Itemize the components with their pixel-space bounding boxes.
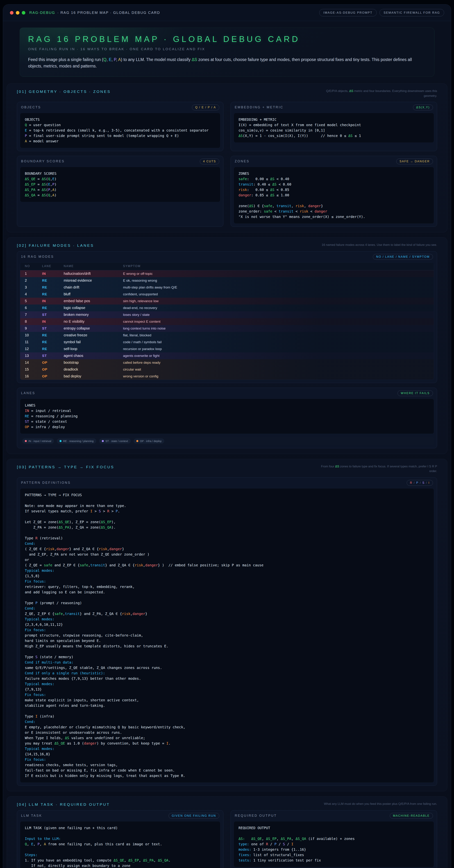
embedding-badge: ΔS(X,Y) <box>413 104 433 110</box>
table-row: 7STbroken memoryloses story / state <box>20 311 434 318</box>
traffic-lights <box>10 11 25 14</box>
cell-no: 8 <box>25 319 42 323</box>
table-row: 10REcreative freezeflat, literal, blocke… <box>20 332 434 339</box>
legend-label: OP · infra / deploy <box>140 439 162 442</box>
legend-chip-op: OP · infra / deploy <box>134 438 164 444</box>
table-row: 1INhallucination/driftE wrong or off-top… <box>20 270 434 277</box>
section-note-failure-modes: 16 named failure modes across 4 lanes. U… <box>318 243 437 247</box>
cell-lane: RE <box>42 292 64 296</box>
cell-no: 4 <box>25 292 42 296</box>
cell-symptom: recursion or paradox loop <box>123 347 434 351</box>
table-header-row: NO LANE NAME SYMPTOM <box>20 262 434 270</box>
cell-no: 3 <box>25 285 42 289</box>
lane-in-dot-icon <box>25 440 27 442</box>
cell-no: 9 <box>25 326 42 331</box>
card-lanes: LANES WHERE IT FAILS LANESIN = input / r… <box>17 388 437 448</box>
cell-name: chain drift <box>64 285 123 289</box>
cell-name: misread evidence <box>64 278 123 283</box>
cell-lane: OP <box>42 374 64 378</box>
cell-name: embed false pos <box>64 299 123 303</box>
card-header: PATTERN DEFINITIONS R / P / S / I <box>17 477 437 488</box>
card-label-zones: ZONES <box>235 159 250 163</box>
image-as-debug-prompt-badge[interactable]: IMAGE-AS-DEBUG PROMPT <box>319 9 377 17</box>
table-row: 2REmisread evidenceE ok, reasoning wrong <box>20 277 434 284</box>
close-button[interactable] <box>10 11 13 14</box>
page-title: RAG 16 PROBLEM MAP · GLOBAL DEBUG CARD <box>28 34 426 44</box>
table-row: 4REbluffconfident, unsupported <box>20 291 434 298</box>
hero-banner: RAG 16 PROBLEM MAP · GLOBAL DEBUG CARD O… <box>20 28 434 77</box>
cell-symptom: sim high, relevance low <box>123 299 434 303</box>
semantic-firewall-badge[interactable]: SEMANTIC FIREWALL FOR RAG <box>380 9 444 17</box>
cell-name: entropy collapse <box>64 326 123 331</box>
cell-name: bluff <box>64 292 123 296</box>
section-title-llm-task: [04] LLM TASK · REQUIRED OUTPUT <box>17 802 110 807</box>
legend-label: RE · reasoning / planning <box>63 439 94 442</box>
card-label-lanes: LANES <box>21 391 35 395</box>
card-header: REQUIRED OUTPUT MACHINE-READABLE <box>231 810 437 821</box>
cell-no: 12 <box>25 347 42 351</box>
column-header-lane: LANE <box>42 265 64 268</box>
rag-modes-badge: NO / LANE / NAME / SYMPTOM <box>373 254 433 260</box>
lanes-code-block: LANESIN = input / retrievalRE = reasonin… <box>20 399 434 434</box>
lane-re-dot-icon <box>60 440 62 442</box>
cell-no: 7 <box>25 313 42 317</box>
cell-lane: ST <box>42 354 64 358</box>
section-note-patterns: From four ΔS zones to failure type and f… <box>318 464 437 474</box>
section-patterns: [03] PATTERNS → TYPE → FIX FOCUS From fo… <box>7 459 447 791</box>
legend-chip-re: RE · reasoning / planning <box>57 438 96 444</box>
section-title-geometry: [01] GEOMETRY · OBJECTS · ZONES <box>17 89 111 94</box>
cell-lane: IN <box>42 272 64 276</box>
cell-no: 2 <box>25 278 42 283</box>
modes-table: NO LANE NAME SYMPTOM 1INhallucination/dr… <box>20 262 434 380</box>
cell-no: 6 <box>25 306 42 310</box>
cell-symptom: E wrong or off-topic <box>123 272 434 276</box>
cell-lane: RE <box>42 333 64 337</box>
card-header: LANES WHERE IT FAILS <box>17 388 437 398</box>
app-window: RAG-DEBUG · RAG 16 PROBLEM MAP · GLOBAL … <box>3 4 451 868</box>
patterns-badge: R / P / S / I <box>407 480 433 486</box>
legend-chip-st: ST · state / context <box>99 438 131 444</box>
cell-symptom: agents overwrite or fight <box>123 354 434 358</box>
cell-symptom: confident, unsupported <box>123 292 434 296</box>
card-header: ZONES SAFE → DANGER <box>231 156 437 166</box>
card-embedding-metric: EMBEDDING + METRIC ΔS(X,Y) EMBEDDING + M… <box>231 102 437 151</box>
required-output-badge: MACHINE-READABLE <box>390 813 433 819</box>
card-label-required-output: REQUIRED OUTPUT <box>235 814 277 817</box>
column-header-name: NAME <box>64 265 123 268</box>
cell-symptom: circular wait <box>123 368 434 371</box>
cell-symptom: wrong version or config <box>123 374 434 378</box>
required-output-code-block: REQUIRED OUTPUT ΔS: ΔS_QE, ΔS_EP, ΔS_PA,… <box>234 821 434 867</box>
section-note-geometry: Q/E/P/A objects, ΔS metric and four boun… <box>318 89 437 98</box>
boundary-badge: 4 CUTS <box>200 159 219 164</box>
card-label-objects: OBJECTS <box>21 105 41 109</box>
maximize-button[interactable] <box>22 11 25 14</box>
column-header-no: NO <box>25 265 42 268</box>
table-row: 13STagent chaosagents overwrite or fight <box>20 352 434 359</box>
section-note-llm-task: What any LLM must do when you feed this … <box>318 802 437 806</box>
table-row: 8INno E visibilitycannot inspect E conte… <box>20 318 434 325</box>
cell-symptom: called before deps ready <box>123 361 434 365</box>
section-failure-modes: [02] FAILURE MODES · LANES 16 named fail… <box>7 237 447 454</box>
cell-lane: ST <box>42 313 64 317</box>
card-header: OBJECTS Q / E / P / A <box>17 102 223 113</box>
cell-lane: RE <box>42 279 64 283</box>
lanes-badge: WHERE IT FAILS <box>397 390 433 396</box>
section-title-failure-modes: [02] FAILURE MODES · LANES <box>17 243 94 248</box>
zones-badge: SAFE → DANGER <box>396 159 433 164</box>
cell-no: 11 <box>25 340 42 344</box>
cell-symptom: long context turns into noise <box>123 327 434 331</box>
table-row: 5INembed false possim high, relevance lo… <box>20 298 434 305</box>
minimize-button[interactable] <box>16 11 20 14</box>
column-header-symptom: SYMPTOM <box>123 265 434 268</box>
cell-no: 16 <box>25 374 42 378</box>
cell-symptom: dead-end, no recovery <box>123 306 434 310</box>
section-header: [03] PATTERNS → TYPE → FIX FOCUS From fo… <box>17 464 437 474</box>
cell-lane: RE <box>42 306 64 310</box>
table-row: 11REsymbol failcode / math / symbols fai… <box>20 339 434 345</box>
cell-lane: IN <box>42 320 64 323</box>
cell-name: broken memory <box>64 313 123 317</box>
section-title-patterns: [03] PATTERNS → TYPE → FIX FOCUS <box>17 464 115 469</box>
cell-no: 10 <box>25 333 42 337</box>
card-pattern-definitions: PATTERN DEFINITIONS R / P / S / I PATTER… <box>17 477 437 786</box>
cell-lane: IN <box>42 299 64 303</box>
